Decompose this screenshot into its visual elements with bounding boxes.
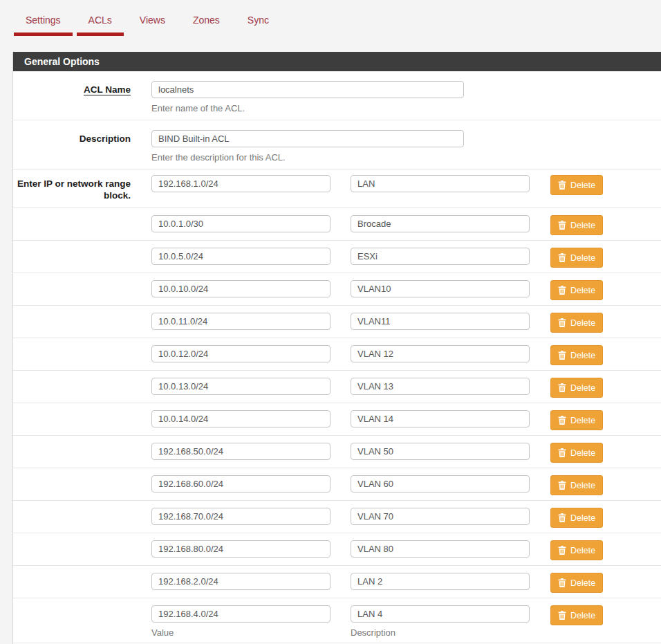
trash-icon	[558, 181, 566, 190]
delete-row-button[interactable]: Delete	[550, 540, 603, 560]
panel-body: ACL Name Enter name of the ACL. Descript…	[13, 71, 661, 644]
delete-button-label: Delete	[570, 318, 595, 328]
acl-network-row: Delete	[13, 566, 661, 598]
network-description-input[interactable]	[351, 313, 530, 330]
delete-row-button[interactable]: Delete	[550, 605, 603, 625]
trash-icon	[558, 546, 566, 555]
description-help: Enter the description for this ACL.	[151, 152, 464, 163]
network-range-label	[13, 475, 131, 478]
network-value-input[interactable]	[151, 475, 330, 493]
network-description-input[interactable]	[351, 475, 530, 493]
delete-row-button[interactable]: Delete	[550, 410, 603, 430]
tab-views[interactable]: Views	[128, 10, 177, 36]
trash-icon	[558, 286, 566, 295]
delete-row-button[interactable]: Delete	[550, 573, 603, 593]
acl-network-row: Delete	[13, 403, 661, 436]
delete-row-button[interactable]: Delete	[550, 215, 603, 235]
delete-button-label: Delete	[570, 286, 595, 295]
tab-sync[interactable]: Sync	[236, 10, 281, 36]
network-value-input[interactable]	[151, 215, 330, 232]
trash-icon	[558, 416, 566, 425]
network-value-input[interactable]	[151, 508, 330, 525]
tab-acls[interactable]: ACLs	[77, 10, 124, 36]
delete-button-label: Delete	[570, 481, 595, 490]
delete-button-label: Delete	[570, 181, 595, 190]
description-input[interactable]	[151, 130, 464, 147]
network-description-input[interactable]	[351, 215, 530, 232]
network-description-input[interactable]	[351, 345, 530, 362]
network-range-label	[13, 573, 131, 576]
delete-row-button[interactable]: Delete	[550, 345, 603, 365]
network-value-input[interactable]	[151, 248, 330, 265]
acl-name-input[interactable]	[151, 81, 464, 98]
delete-row-button[interactable]: Delete	[550, 248, 603, 268]
tab-settings[interactable]: Settings	[14, 10, 73, 36]
acl-network-row: Delete	[13, 371, 661, 403]
trash-icon	[558, 318, 566, 327]
network-value-input[interactable]	[151, 345, 330, 362]
delete-row-button[interactable]: Delete	[550, 313, 603, 333]
delete-button-label: Delete	[570, 513, 595, 523]
acl-network-row: Delete	[13, 241, 661, 273]
delete-button-label: Delete	[570, 221, 595, 230]
trash-icon	[558, 448, 566, 457]
network-description-input[interactable]	[351, 443, 530, 460]
network-description-input[interactable]	[351, 410, 530, 427]
trash-icon	[558, 351, 566, 360]
description-row: Description Enter the description for th…	[13, 120, 661, 169]
delete-button-label: Delete	[570, 253, 595, 263]
network-value-input[interactable]	[151, 573, 330, 590]
network-value-input[interactable]	[151, 280, 330, 297]
trash-icon	[558, 481, 566, 490]
acl-network-row: Delete	[13, 501, 661, 533]
tab-zones[interactable]: Zones	[181, 10, 232, 36]
acl-network-row: Delete	[13, 273, 661, 306]
network-range-label	[13, 215, 131, 218]
acl-network-row: Delete	[13, 306, 661, 338]
delete-row-button[interactable]: Delete	[550, 508, 603, 528]
network-range-label	[13, 540, 131, 543]
network-value-input[interactable]	[151, 313, 330, 330]
network-value-input[interactable]	[151, 443, 330, 460]
trash-icon	[558, 578, 566, 587]
network-range-label	[13, 313, 131, 315]
network-description-input[interactable]	[351, 605, 530, 623]
network-range-label: Enter IP or network range block.	[13, 175, 131, 201]
trash-icon	[558, 221, 566, 230]
delete-row-button[interactable]: Delete	[550, 175, 603, 195]
acl-name-help: Enter name of the ACL.	[151, 103, 464, 113]
network-description-input[interactable]	[351, 508, 530, 525]
network-description-input[interactable]	[351, 573, 530, 590]
trash-icon	[558, 253, 566, 262]
network-value-input[interactable]	[151, 175, 330, 192]
network-range-label	[13, 508, 131, 510]
network-description-input[interactable]	[351, 248, 530, 265]
network-description-input[interactable]	[351, 280, 530, 297]
delete-row-button[interactable]: Delete	[550, 280, 603, 300]
network-description-input[interactable]	[351, 175, 530, 192]
network-description-input[interactable]	[351, 378, 530, 395]
network-value-input[interactable]	[151, 605, 330, 623]
description-column-label: Description	[351, 627, 530, 638]
delete-button-label: Delete	[570, 448, 595, 458]
acl-network-row: ValueDescriptionDelete	[13, 598, 661, 643]
delete-row-button[interactable]: Delete	[550, 475, 603, 495]
delete-row-button[interactable]: Delete	[550, 443, 603, 463]
acl-network-row: Enter IP or network range block.Delete	[13, 169, 661, 208]
network-range-label	[13, 443, 131, 445]
network-range-label	[13, 280, 131, 283]
delete-button-label: Delete	[570, 416, 595, 425]
trash-icon	[558, 383, 566, 392]
acl-name-label: ACL Name	[84, 84, 131, 95]
delete-row-button[interactable]: Delete	[550, 378, 603, 398]
delete-button-label: Delete	[570, 611, 595, 620]
network-value-input[interactable]	[151, 378, 330, 395]
network-value-input[interactable]	[151, 410, 330, 427]
network-range-label	[13, 248, 131, 250]
acl-name-row: ACL Name Enter name of the ACL.	[13, 71, 661, 120]
network-range-label	[13, 345, 131, 348]
acl-network-row: Delete	[13, 468, 661, 501]
network-value-input[interactable]	[151, 540, 330, 558]
network-description-input[interactable]	[351, 540, 530, 558]
acl-network-row: Delete	[13, 338, 661, 371]
